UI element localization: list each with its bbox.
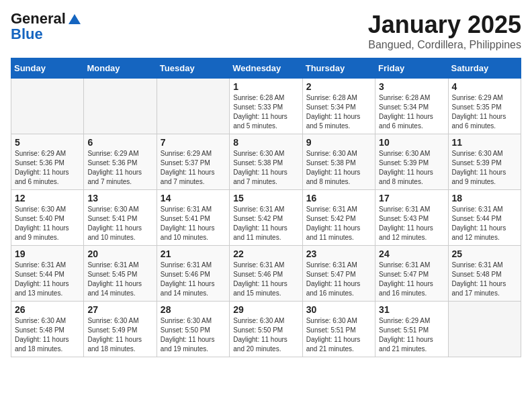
calendar-week-row: 12Sunrise: 6:30 AMSunset: 5:40 PMDayligh… xyxy=(11,190,521,246)
day-info: Sunrise: 6:29 AMSunset: 5:51 PMDaylight:… xyxy=(379,316,444,354)
calendar-cell: 10Sunrise: 6:30 AMSunset: 5:39 PMDayligh… xyxy=(375,134,448,190)
calendar-week-row: 5Sunrise: 6:29 AMSunset: 5:36 PMDaylight… xyxy=(11,134,521,190)
calendar-cell: 5Sunrise: 6:29 AMSunset: 5:36 PMDaylight… xyxy=(11,134,84,190)
day-number: 17 xyxy=(379,193,444,203)
calendar-cell xyxy=(157,79,229,134)
day-number: 28 xyxy=(161,304,226,315)
day-info: Sunrise: 6:28 AMSunset: 5:33 PMDaylight:… xyxy=(233,93,298,131)
day-number: 20 xyxy=(87,248,152,259)
day-number: 11 xyxy=(452,137,517,148)
day-number: 13 xyxy=(87,193,152,203)
calendar-cell: 13Sunrise: 6:30 AMSunset: 5:41 PMDayligh… xyxy=(84,190,157,246)
month-title: January 2025 xyxy=(368,11,521,39)
calendar-cell: 4Sunrise: 6:29 AMSunset: 5:35 PMDaylight… xyxy=(448,79,521,134)
day-info: Sunrise: 6:31 AMSunset: 5:44 PMDaylight:… xyxy=(15,261,80,298)
calendar-cell xyxy=(84,79,157,134)
calendar-cell: 6Sunrise: 6:29 AMSunset: 5:36 PMDaylight… xyxy=(84,134,157,190)
calendar-cell: 2Sunrise: 6:28 AMSunset: 5:34 PMDaylight… xyxy=(302,79,375,134)
weekday-header-saturday: Saturday xyxy=(448,58,521,79)
day-info: Sunrise: 6:31 AMSunset: 5:48 PMDaylight:… xyxy=(452,261,517,298)
calendar-cell: 8Sunrise: 6:30 AMSunset: 5:38 PMDaylight… xyxy=(230,134,302,190)
weekday-header-wednesday: Wednesday xyxy=(230,58,302,79)
day-number: 19 xyxy=(15,248,80,259)
day-number: 24 xyxy=(379,248,444,259)
day-info: Sunrise: 6:30 AMSunset: 5:41 PMDaylight:… xyxy=(87,205,152,242)
day-info: Sunrise: 6:31 AMSunset: 5:46 PMDaylight:… xyxy=(161,261,226,298)
weekday-header-friday: Friday xyxy=(375,58,448,79)
day-number: 31 xyxy=(379,304,444,315)
calendar-cell xyxy=(448,302,521,357)
day-info: Sunrise: 6:30 AMSunset: 5:40 PMDaylight:… xyxy=(15,205,80,242)
day-info: Sunrise: 6:30 AMSunset: 5:51 PMDaylight:… xyxy=(306,316,371,354)
day-number: 30 xyxy=(306,304,371,315)
calendar-cell: 16Sunrise: 6:31 AMSunset: 5:42 PMDayligh… xyxy=(302,190,375,246)
day-info: Sunrise: 6:31 AMSunset: 5:46 PMDaylight:… xyxy=(233,261,298,298)
day-info: Sunrise: 6:30 AMSunset: 5:39 PMDaylight:… xyxy=(379,149,444,187)
logo-blue: Blue xyxy=(11,26,82,43)
calendar-cell xyxy=(11,79,84,134)
day-number: 23 xyxy=(306,248,371,259)
day-number: 21 xyxy=(161,248,226,259)
day-number: 1 xyxy=(233,81,298,92)
calendar-cell: 26Sunrise: 6:30 AMSunset: 5:48 PMDayligh… xyxy=(11,302,84,357)
day-number: 8 xyxy=(233,137,298,148)
calendar-cell: 15Sunrise: 6:31 AMSunset: 5:42 PMDayligh… xyxy=(230,190,302,246)
calendar-cell: 7Sunrise: 6:29 AMSunset: 5:37 PMDaylight… xyxy=(157,134,229,190)
calendar-cell: 12Sunrise: 6:30 AMSunset: 5:40 PMDayligh… xyxy=(11,190,84,246)
day-info: Sunrise: 6:31 AMSunset: 5:43 PMDaylight:… xyxy=(379,205,444,242)
day-number: 27 xyxy=(87,304,152,315)
day-info: Sunrise: 6:28 AMSunset: 5:34 PMDaylight:… xyxy=(379,93,444,131)
day-info: Sunrise: 6:30 AMSunset: 5:50 PMDaylight:… xyxy=(161,316,226,354)
calendar-cell: 17Sunrise: 6:31 AMSunset: 5:43 PMDayligh… xyxy=(375,190,448,246)
day-number: 3 xyxy=(379,81,444,92)
day-number: 29 xyxy=(233,304,298,315)
day-info: Sunrise: 6:30 AMSunset: 5:38 PMDaylight:… xyxy=(233,149,298,187)
calendar-cell: 19Sunrise: 6:31 AMSunset: 5:44 PMDayligh… xyxy=(11,246,84,302)
page-header: General Blue January 2025 Bangued, Cordi… xyxy=(11,11,521,51)
day-number: 10 xyxy=(379,137,444,148)
day-number: 14 xyxy=(161,193,226,203)
calendar-week-row: 26Sunrise: 6:30 AMSunset: 5:48 PMDayligh… xyxy=(11,302,521,357)
day-number: 4 xyxy=(452,81,517,92)
day-info: Sunrise: 6:30 AMSunset: 5:49 PMDaylight:… xyxy=(87,316,152,354)
day-number: 15 xyxy=(233,193,298,203)
calendar-cell: 14Sunrise: 6:31 AMSunset: 5:41 PMDayligh… xyxy=(157,190,229,246)
day-number: 16 xyxy=(306,193,371,203)
calendar-cell: 21Sunrise: 6:31 AMSunset: 5:46 PMDayligh… xyxy=(157,246,229,302)
day-info: Sunrise: 6:30 AMSunset: 5:38 PMDaylight:… xyxy=(306,149,371,187)
weekday-header-sunday: Sunday xyxy=(11,58,84,79)
calendar-cell: 1Sunrise: 6:28 AMSunset: 5:33 PMDaylight… xyxy=(230,79,302,134)
day-number: 25 xyxy=(452,248,517,259)
weekday-header-thursday: Thursday xyxy=(302,58,375,79)
day-info: Sunrise: 6:30 AMSunset: 5:48 PMDaylight:… xyxy=(15,316,80,354)
day-number: 22 xyxy=(233,248,298,259)
calendar-cell: 3Sunrise: 6:28 AMSunset: 5:34 PMDaylight… xyxy=(375,79,448,134)
calendar-cell: 22Sunrise: 6:31 AMSunset: 5:46 PMDayligh… xyxy=(230,246,302,302)
calendar-week-row: 1Sunrise: 6:28 AMSunset: 5:33 PMDaylight… xyxy=(11,79,521,134)
svg-marker-0 xyxy=(69,14,81,24)
calendar-cell: 29Sunrise: 6:30 AMSunset: 5:50 PMDayligh… xyxy=(230,302,302,357)
title-section: January 2025 Bangued, Cordillera, Philip… xyxy=(368,11,521,51)
day-info: Sunrise: 6:31 AMSunset: 5:42 PMDaylight:… xyxy=(306,205,371,242)
day-info: Sunrise: 6:29 AMSunset: 5:36 PMDaylight:… xyxy=(87,149,152,187)
location-subtitle: Bangued, Cordillera, Philippines xyxy=(368,39,521,51)
day-number: 5 xyxy=(15,137,80,148)
day-number: 2 xyxy=(306,81,371,92)
calendar-cell: 24Sunrise: 6:31 AMSunset: 5:47 PMDayligh… xyxy=(375,246,448,302)
calendar-cell: 25Sunrise: 6:31 AMSunset: 5:48 PMDayligh… xyxy=(448,246,521,302)
logo: General Blue xyxy=(11,11,82,43)
logo-icon xyxy=(67,12,82,27)
day-info: Sunrise: 6:31 AMSunset: 5:42 PMDaylight:… xyxy=(233,205,298,242)
calendar-cell: 20Sunrise: 6:31 AMSunset: 5:45 PMDayligh… xyxy=(84,246,157,302)
day-number: 26 xyxy=(15,304,80,315)
calendar-week-row: 19Sunrise: 6:31 AMSunset: 5:44 PMDayligh… xyxy=(11,246,521,302)
calendar-cell: 9Sunrise: 6:30 AMSunset: 5:38 PMDaylight… xyxy=(302,134,375,190)
day-info: Sunrise: 6:30 AMSunset: 5:39 PMDaylight:… xyxy=(452,149,517,187)
day-info: Sunrise: 6:28 AMSunset: 5:34 PMDaylight:… xyxy=(306,93,371,131)
calendar-cell: 23Sunrise: 6:31 AMSunset: 5:47 PMDayligh… xyxy=(302,246,375,302)
calendar-cell: 28Sunrise: 6:30 AMSunset: 5:50 PMDayligh… xyxy=(157,302,229,357)
weekday-header-tuesday: Tuesday xyxy=(157,58,229,79)
calendar-cell: 31Sunrise: 6:29 AMSunset: 5:51 PMDayligh… xyxy=(375,302,448,357)
day-info: Sunrise: 6:29 AMSunset: 5:35 PMDaylight:… xyxy=(452,93,517,131)
logo-text: General xyxy=(11,11,82,27)
